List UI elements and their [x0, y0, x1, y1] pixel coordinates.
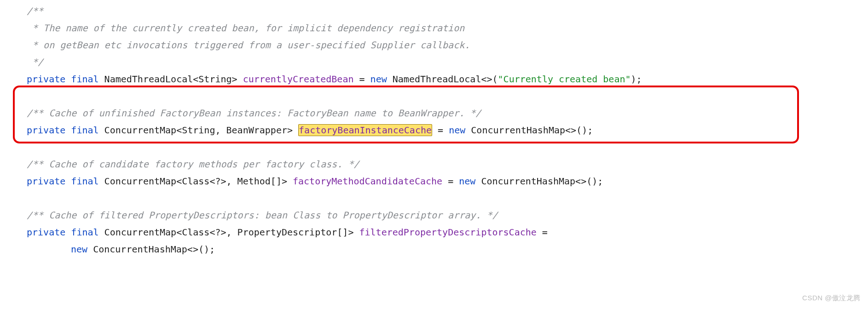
- field-declaration: private final ConcurrentMap<Class<?>, Me…: [5, 173, 868, 190]
- comment-line: * The name of the currently created bean…: [5, 20, 868, 37]
- ctor-call: NamedThreadLocal<>(: [387, 74, 498, 85]
- blank-line: [5, 139, 868, 156]
- blank-line: [5, 190, 868, 207]
- javadoc-line: * on getBean etc invocations triggered f…: [27, 40, 470, 51]
- assign: =: [537, 227, 548, 238]
- string-literal: "Currently created bean": [498, 74, 631, 85]
- ctor-call: ConcurrentHashMap<>();: [87, 244, 215, 255]
- assign: =: [353, 74, 370, 85]
- blank-line: [5, 88, 868, 105]
- keyword-final: final: [71, 176, 98, 187]
- type-text: ConcurrentMap<Class<?>, PropertyDescript…: [99, 227, 359, 238]
- keyword-private: private: [27, 74, 65, 85]
- keyword-private: private: [27, 227, 65, 238]
- keyword-new: new: [459, 176, 475, 187]
- field-name: currentlyCreatedBean: [243, 74, 354, 85]
- field-declaration: private final ConcurrentMap<Class<?>, Pr…: [5, 224, 868, 241]
- comment-line: /** Cache of candidate factory methods p…: [5, 156, 868, 173]
- ctor-call: ConcurrentHashMap<>();: [475, 176, 603, 187]
- stmt-end: );: [631, 74, 642, 85]
- ctor-call: ConcurrentHashMap<>();: [465, 125, 593, 136]
- watermark-text: CSDN @傲泣龙腾: [802, 292, 861, 304]
- field-name: factoryMethodCandidateCache: [293, 176, 442, 187]
- field-declaration-cont: new ConcurrentHashMap<>();: [5, 241, 868, 258]
- keyword-private: private: [27, 125, 65, 136]
- type-text: NamedThreadLocal<String>: [99, 74, 243, 85]
- javadoc-single: /** Cache of unfinished FactoryBean inst…: [27, 108, 481, 119]
- keyword-new: new: [449, 125, 465, 136]
- comment-line: /** Cache of unfinished FactoryBean inst…: [5, 105, 868, 122]
- keyword-final: final: [71, 227, 98, 238]
- javadoc-open: /**: [27, 6, 43, 17]
- field-declaration: private final NamedThreadLocal<String> c…: [5, 71, 868, 88]
- javadoc-single: /** Cache of candidate factory methods p…: [27, 159, 359, 170]
- javadoc-close: */: [27, 57, 43, 68]
- comment-line: /**: [5, 3, 868, 20]
- keyword-final: final: [71, 125, 98, 136]
- comment-line: */: [5, 54, 868, 71]
- javadoc-line: * The name of the currently created bean…: [27, 23, 464, 34]
- keyword-private: private: [27, 176, 65, 187]
- field-name-highlighted: factoryBeanInstanceCache: [298, 124, 432, 136]
- keyword-final: final: [71, 74, 98, 85]
- assign: =: [432, 125, 449, 136]
- type-text: ConcurrentMap<String, BeanWrapper>: [99, 125, 298, 136]
- assign: =: [442, 176, 459, 187]
- keyword-new: new: [71, 244, 87, 255]
- code-block: /** * The name of the currently created …: [0, 0, 868, 258]
- comment-line: * on getBean etc invocations triggered f…: [5, 37, 868, 54]
- keyword-new: new: [370, 74, 387, 85]
- javadoc-single: /** Cache of filtered PropertyDescriptor…: [27, 210, 498, 221]
- comment-line: /** Cache of filtered PropertyDescriptor…: [5, 207, 868, 224]
- field-declaration-highlighted: private final ConcurrentMap<String, Bean…: [5, 122, 868, 139]
- field-name: filteredPropertyDescriptorsCache: [359, 227, 537, 238]
- type-text: ConcurrentMap<Class<?>, Method[]>: [99, 176, 293, 187]
